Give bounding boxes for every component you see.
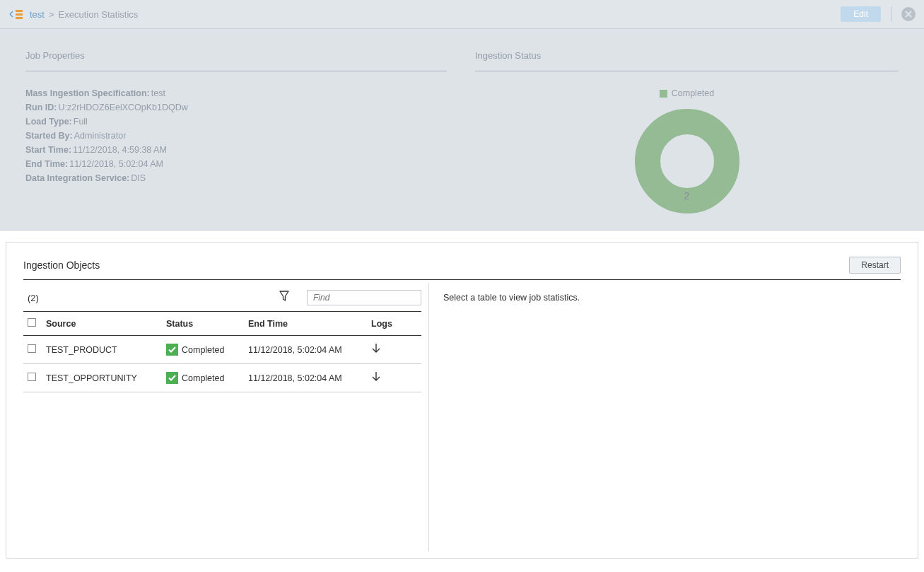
row-source: TEST_OPPORTUNITY xyxy=(46,373,166,383)
chart-legend: Completed xyxy=(660,88,714,98)
legend-color-icon xyxy=(660,90,667,98)
end-time-value: 11/12/2018, 5:02:04 AM xyxy=(69,159,163,169)
started-by-label: Started By: xyxy=(25,131,73,141)
svg-rect-0 xyxy=(16,10,23,12)
load-type-label: Load Type: xyxy=(25,117,72,127)
col-end-time: End Time xyxy=(248,319,371,329)
find-input[interactable] xyxy=(307,290,421,305)
edit-button[interactable]: Edit xyxy=(841,6,881,22)
svg-rect-1 xyxy=(16,13,23,16)
spec-value: test xyxy=(151,88,165,98)
load-type-value: Full xyxy=(74,117,88,127)
run-id-value: U:z2rHDOZ6EeiXCOpKb1DQDw xyxy=(58,103,187,112)
check-icon xyxy=(166,344,178,356)
ingestion-objects-panel: Ingestion Objects Restart (2) xyxy=(6,242,918,559)
legend-label: Completed xyxy=(672,88,714,98)
donut-value: 2 xyxy=(634,190,740,202)
end-time-label: End Time: xyxy=(25,159,68,169)
dis-label: Data Integration Service: xyxy=(25,173,129,183)
breadcrumb-bar: test > Execution Statistics Edit xyxy=(0,0,924,29)
filter-icon[interactable] xyxy=(279,290,290,305)
download-icon[interactable] xyxy=(371,346,381,356)
row-end-time: 11/12/2018, 5:02:04 AM xyxy=(248,373,371,383)
row-checkbox[interactable] xyxy=(28,373,36,381)
spec-label: Mass Ingestion Specification: xyxy=(25,88,150,98)
ingestion-objects-title: Ingestion Objects xyxy=(23,259,849,271)
breadcrumb-link[interactable]: test xyxy=(30,9,45,20)
close-icon[interactable] xyxy=(901,7,916,21)
detail-hint: Select a table to view job statistics. xyxy=(443,293,580,303)
breadcrumb-current: Execution Statistics xyxy=(59,9,139,20)
col-source: Source xyxy=(46,319,166,329)
objects-count: (2) xyxy=(28,293,279,303)
dis-value: DIS xyxy=(131,173,146,183)
ingestion-status-title: Ingestion Status xyxy=(475,50,899,71)
row-end-time: 11/12/2018, 5:02:04 AM xyxy=(248,345,371,355)
col-status: Status xyxy=(166,319,248,329)
svg-rect-2 xyxy=(16,17,23,19)
table-header: Source Status End Time Logs xyxy=(23,312,421,336)
detail-pane: Select a table to view job statistics. xyxy=(429,283,901,551)
row-source: TEST_PRODUCT xyxy=(46,345,166,355)
objects-list: (2) Source Status End Time Logs xyxy=(23,283,429,551)
check-icon xyxy=(166,372,178,384)
select-all-checkbox[interactable] xyxy=(28,318,36,327)
row-checkbox[interactable] xyxy=(28,344,36,353)
restart-button[interactable]: Restart xyxy=(849,257,901,274)
row-status: Completed xyxy=(182,345,224,355)
start-time-label: Start Time: xyxy=(25,145,71,155)
ingestion-status-panel: Ingestion Status Completed 2 xyxy=(475,50,899,214)
donut-chart: 2 xyxy=(634,108,740,214)
start-time-value: 11/12/2018, 4:59:38 AM xyxy=(73,145,167,155)
download-icon[interactable] xyxy=(371,375,381,385)
started-by-value: Administrator xyxy=(74,131,127,141)
table-row[interactable]: TEST_PRODUCTCompleted11/12/2018, 5:02:04… xyxy=(23,336,421,364)
breadcrumb-separator: > xyxy=(49,9,54,20)
run-id-label: Run ID: xyxy=(25,103,57,112)
app-icon xyxy=(8,8,24,21)
col-logs: Logs xyxy=(371,319,399,329)
job-properties-panel: Job Properties Mass Ingestion Specificat… xyxy=(25,50,447,214)
job-properties-title: Job Properties xyxy=(25,50,447,71)
header-divider xyxy=(891,6,891,22)
table-row[interactable]: TEST_OPPORTUNITYCompleted11/12/2018, 5:0… xyxy=(23,364,421,392)
row-status: Completed xyxy=(182,373,224,383)
summary-panel: Job Properties Mass Ingestion Specificat… xyxy=(0,29,924,230)
svg-point-3 xyxy=(648,122,727,201)
objects-table: Source Status End Time Logs TEST_PRODUCT… xyxy=(23,311,421,392)
